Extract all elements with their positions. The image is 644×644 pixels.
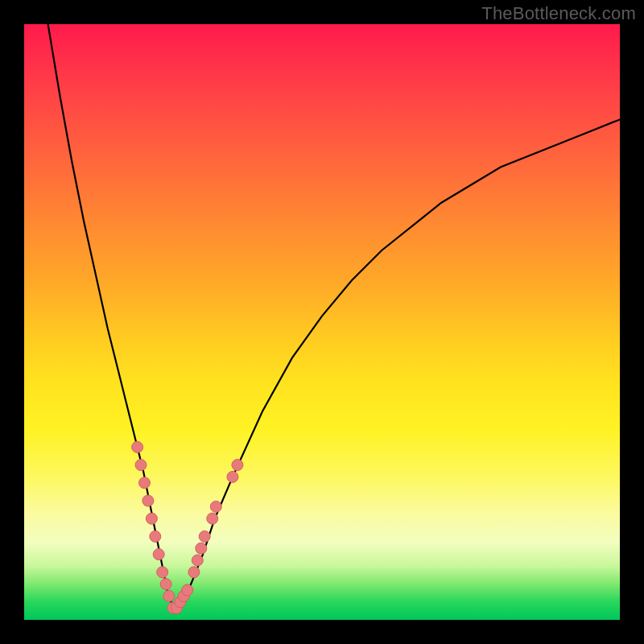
data-point <box>153 549 164 560</box>
data-point <box>142 495 154 506</box>
data-point <box>227 471 238 482</box>
data-point <box>163 590 175 601</box>
data-point <box>182 584 193 596</box>
data-point <box>188 567 200 578</box>
data-point <box>199 530 210 542</box>
data-point <box>150 530 161 542</box>
data-point <box>160 579 171 590</box>
watermark-text: TheBottleneck.com <box>481 3 636 24</box>
bottleneck-curve <box>48 24 620 608</box>
data-point <box>146 513 157 524</box>
data-markers <box>132 441 243 613</box>
data-point <box>196 543 207 554</box>
data-point <box>207 513 218 524</box>
data-point <box>232 460 243 471</box>
data-point <box>157 567 168 578</box>
data-point <box>132 441 143 452</box>
data-point <box>139 477 151 489</box>
chart-stage: TheBottleneck.com <box>0 0 644 644</box>
data-point <box>192 555 203 566</box>
curve-layer <box>24 24 620 620</box>
plot-area <box>24 24 620 620</box>
data-point <box>135 460 147 471</box>
data-point <box>210 501 221 512</box>
